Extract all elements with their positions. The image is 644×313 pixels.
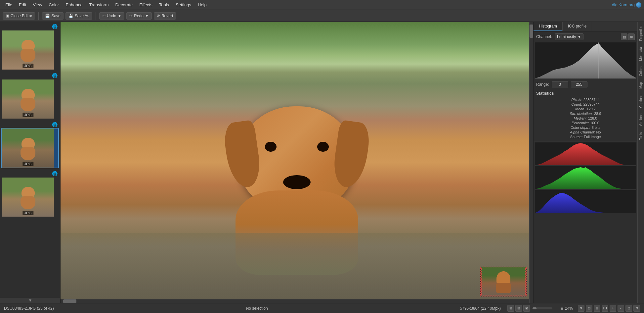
stat-source: Source: Full Image (536, 135, 635, 139)
stat-stddev: Std. deviation: 28.9 (536, 112, 635, 116)
histogram-blue (535, 190, 636, 213)
zoom-fill-btn[interactable]: ⊞ (594, 305, 600, 312)
zoom-fit-btn[interactable]: ⊡ (586, 305, 592, 312)
menu-view[interactable]: View (30, 1, 45, 9)
stat-source-name: Source: (570, 135, 582, 139)
menu-tools[interactable]: Tools (156, 1, 172, 9)
redo-arrow-icon: ▼ (145, 14, 149, 18)
range-min[interactable]: 0 (552, 81, 568, 87)
stat-stddev-name: Std. deviation: (570, 112, 593, 116)
nav-thumbnail (480, 267, 527, 296)
zoom-controls: ⊞ 24% ▼ ⊡ ⊞ 1:1 + - ⊡ ⚙ (560, 305, 640, 312)
zoom-100-btn[interactable]: 1:1 (602, 305, 608, 312)
save-as-button[interactable]: 💾 Save As (65, 12, 92, 20)
zoom-slider[interactable] (533, 307, 552, 309)
revert-button[interactable]: ⟳ Revert (154, 12, 176, 20)
separator-1 (38, 12, 39, 20)
dog-body-4 (21, 196, 35, 209)
globe-icon (636, 2, 641, 8)
dog-eye-left-art (265, 142, 276, 152)
menu-color[interactable]: Color (46, 1, 62, 9)
status-icon-btn-3[interactable]: ⊠ (523, 305, 530, 312)
side-tab-captions[interactable]: Captions (638, 92, 643, 110)
thumb-globe-icon-1: 🌐 (52, 24, 58, 29)
status-icon-btn-1[interactable]: ⊞ (507, 305, 514, 312)
thumbnail-label-4: JPG (22, 211, 33, 215)
channel-dropdown-arrow: ▼ (577, 34, 581, 39)
side-tab-colors[interactable]: Colors (638, 64, 643, 79)
status-icon-btn-2[interactable]: ⊟ (515, 305, 522, 312)
channel-row: Channel: Luminosity ▼ ▤ ⊞ (534, 31, 637, 42)
save-button[interactable]: 💾 Save (42, 12, 63, 20)
thumb-scroll-down[interactable]: ▼ (0, 298, 61, 303)
revert-icon: ⟳ (157, 14, 160, 18)
redo-button[interactable]: ↪ Redo ▼ (126, 12, 152, 20)
stat-pixels-name: Pixels: (571, 98, 582, 102)
side-tab-properties[interactable]: Properties (638, 23, 643, 44)
thumbnail-item-1[interactable]: JPG (1, 30, 59, 70)
histogram-btn-2[interactable]: ⊞ (628, 33, 635, 40)
undo-button[interactable]: ↩ Undo ▼ (99, 12, 125, 20)
stat-percentile: Percentile: 100.0 (536, 121, 635, 125)
main-hscrollbar[interactable] (61, 299, 529, 303)
zoom-out-btn[interactable]: - (618, 305, 624, 312)
thumb-globe-icon-4: 🌐 (52, 171, 58, 176)
statistics-title: Statistics (536, 91, 635, 96)
status-filename: DSC03483-2.JPG (25 of 42) (4, 306, 54, 311)
thumbnail-item-2[interactable]: JPG (1, 79, 59, 119)
main-hscroll-thumb[interactable] (63, 299, 76, 303)
zoom-value: 24% (565, 306, 577, 311)
channel-select[interactable]: Luminosity ▼ (555, 33, 583, 40)
side-tab-metadata[interactable]: Metadata (638, 44, 643, 64)
menu-transform[interactable]: Transform (87, 1, 111, 9)
range-max[interactable]: 255 (571, 81, 587, 87)
nav-box-indicator (481, 268, 526, 295)
menubar: File Edit View Color Enhance Transform D… (0, 0, 644, 10)
menu-edit[interactable]: Edit (16, 1, 29, 9)
menu-effects[interactable]: Effects (137, 1, 155, 9)
histogram-btn-1[interactable]: ▤ (621, 33, 627, 40)
zoom-in-btn[interactable]: + (610, 305, 616, 312)
menu-help[interactable]: Help (195, 1, 209, 9)
thumbnail-image-1: JPG (2, 30, 54, 70)
thumbnail-item-3[interactable]: JPG (1, 128, 59, 168)
channel-actions: ▤ ⊞ (621, 33, 635, 40)
revert-label: Revert (161, 14, 173, 18)
close-editor-button[interactable]: ▣ Close Editor (3, 12, 35, 20)
dog-figure-1 (20, 40, 36, 63)
close-editor-icon: ▣ (6, 14, 9, 18)
side-tab-tools[interactable]: Tools (638, 130, 643, 142)
dog-figure-2 (20, 89, 36, 112)
thumbnail-item-4[interactable]: JPG (1, 177, 59, 217)
stat-median-name: Median: (574, 116, 587, 120)
water-reflection (61, 233, 533, 303)
side-tab-versions[interactable]: Versions (638, 111, 643, 129)
main-vscrollbar[interactable] (529, 22, 533, 303)
stat-colordepth: Color depth: 8 bits (536, 126, 635, 130)
menu-enhance[interactable]: Enhance (63, 1, 85, 9)
undo-label: Undo (107, 14, 116, 18)
thumb-group-2: 🌐 JPG (1, 72, 59, 119)
settings-btn[interactable]: ⚙ (633, 305, 640, 312)
tab-icc-profile[interactable]: ICC profile (563, 22, 592, 31)
brand-text: digiKam.org (612, 2, 635, 7)
menu-decorate[interactable]: Decorate (112, 1, 135, 9)
fullscreen-btn[interactable]: ⊡ (625, 305, 632, 312)
thumbnail-scroll-area[interactable]: 🌐 JPG 🌐 (0, 22, 60, 298)
app-brand: digiKam.org (612, 2, 641, 8)
statusbar: DSC03483-2.JPG (25 of 42) No selection 5… (0, 303, 644, 313)
side-tab-map[interactable]: Map (638, 79, 643, 91)
main-vscroll-thumb[interactable] (530, 25, 533, 38)
toolbar: ▣ Close Editor 💾 Save 💾 Save As ↩ Undo ▼… (0, 10, 644, 22)
zoom-dropdown[interactable]: ▼ (578, 305, 584, 312)
menu-settings[interactable]: Settings (173, 1, 194, 9)
save-as-label: Save As (75, 14, 89, 18)
status-icons: ⊞ ⊟ ⊠ (507, 305, 554, 312)
main-image (61, 22, 533, 303)
tab-histogram[interactable]: Histogram (534, 22, 563, 31)
status-dimensions: 5796x3864 (22.40Mpx) (460, 306, 501, 311)
stat-stddev-val: 28.9 (594, 112, 601, 116)
menu-file[interactable]: File (3, 1, 15, 9)
thumbnail-label-3: JPG (22, 162, 33, 166)
thumb-header-3: 🌐 (1, 121, 59, 128)
